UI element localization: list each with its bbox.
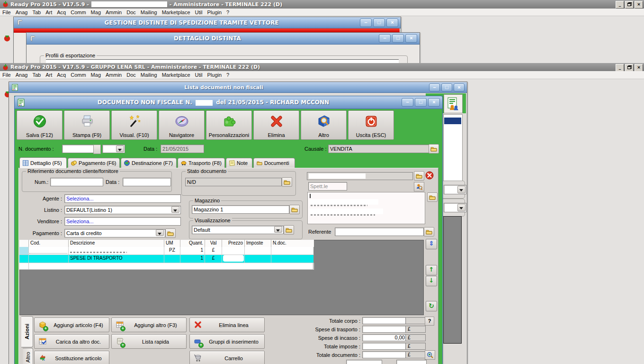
cell-ndoc[interactable] (271, 255, 314, 263)
menu-mailing[interactable]: Mailing (138, 9, 160, 16)
gruppi-di-inserimento-button[interactable]: + Gruppi di inserimento (189, 334, 265, 349)
restore-button[interactable] (625, 64, 634, 72)
maximize-button[interactable]: □ (441, 83, 452, 91)
close-button[interactable]: × (454, 83, 465, 91)
lista-selected-row[interactable] (444, 118, 461, 124)
cliente-folder-button[interactable] (414, 171, 424, 181)
indirizzo-textarea[interactable] (307, 192, 425, 224)
menu-comm[interactable]: Comm (68, 72, 88, 78)
n-documento-input[interactable] (62, 145, 95, 153)
move-down-button[interactable]: ↓ (426, 276, 437, 286)
uscita-button[interactable]: Uscita (ESC) (348, 110, 394, 140)
aggiungi-articolo-button[interactable]: + Aggiungi articolo (F4) (34, 318, 109, 332)
menu-file[interactable]: File (0, 9, 13, 16)
grid-header-ndoc[interactable]: N.doc. (271, 240, 314, 247)
pagamento-folder-button[interactable] (165, 228, 176, 238)
lista-rapida-button[interactable]: + Lista rapida (111, 334, 187, 349)
lista-filter-select-2[interactable] (444, 203, 466, 212)
spese-incasso-input[interactable]: 0,00 (362, 334, 407, 341)
chevron-down-icon[interactable] (171, 206, 179, 213)
minimize-button[interactable]: – (402, 98, 413, 107)
tab-pagamento[interactable]: Pagamento (F6) (68, 158, 120, 168)
tab-documenti[interactable]: Documenti (253, 158, 295, 168)
cliente-input[interactable] (307, 172, 413, 180)
cerca-cliente-button[interactable] (414, 182, 424, 191)
spese-trasporto-input[interactable] (362, 326, 407, 333)
minimize-button[interactable]: _ (616, 64, 624, 72)
cell-quant[interactable]: 1 (180, 255, 205, 263)
aggiungi-altro-button[interactable]: + Aggiungi altro (F3) (111, 318, 187, 332)
restore-button[interactable] (625, 1, 634, 9)
refresh-button[interactable]: ↻ (426, 301, 437, 311)
altro-button[interactable]: Altro (301, 110, 347, 140)
magazzino-input[interactable]: Magazzino 1 (192, 205, 289, 214)
referente-folder-button[interactable] (424, 227, 434, 237)
menu-help[interactable]: ? (224, 72, 232, 78)
menu-file[interactable]: File (0, 72, 13, 78)
chevron-down-icon[interactable] (274, 226, 282, 233)
stato-documento-input[interactable]: N/D (185, 178, 282, 186)
move-up-button[interactable]: ↑ (426, 265, 437, 275)
lista-filter-select-1[interactable] (444, 185, 466, 194)
referente-input[interactable] (335, 228, 424, 236)
cell-prezzo[interactable] (222, 255, 245, 263)
maximize-button[interactable]: □ (415, 98, 427, 107)
n-documento-spin-button[interactable] (93, 145, 101, 154)
stampa-button[interactable]: Stampa (F9) (64, 110, 110, 140)
cell-imposte[interactable] (245, 255, 271, 263)
row-selector[interactable] (19, 255, 29, 263)
totale-corpo-input[interactable] (362, 317, 407, 324)
totale-documento-input[interactable] (362, 351, 407, 358)
menu-acq[interactable]: Acq (54, 72, 68, 78)
venditore-input[interactable]: Seleziona... (64, 217, 181, 226)
grid-header-val[interactable]: Val (205, 240, 222, 247)
maximize-button[interactable]: □ (373, 18, 385, 27)
row-selector[interactable] (19, 247, 29, 255)
agente-input[interactable]: Seleziona... (64, 194, 181, 203)
rif-data-input[interactable] (123, 178, 171, 186)
spettle-input[interactable]: Spett.le (308, 182, 347, 191)
minimize-button[interactable]: – (429, 83, 440, 91)
vtab-azioni[interactable]: Azioni (21, 316, 33, 347)
menu-doc[interactable]: Doc (124, 72, 138, 78)
carica-da-altro-doc-button[interactable]: Carica da altro doc. (34, 334, 109, 349)
magazzino-folder-button[interactable] (289, 205, 300, 214)
menu-anag[interactable]: Anag (13, 72, 30, 78)
navigatore-button[interactable]: Navigatore (159, 110, 205, 140)
personalizzazioni-button[interactable]: Personalizzazioni (206, 110, 252, 140)
menu-anag[interactable]: Anag (13, 9, 30, 16)
cell-val[interactable]: £ (205, 255, 222, 263)
menu-plugin[interactable]: Plugin (205, 72, 224, 78)
close-button[interactable]: × (635, 64, 643, 72)
causale-folder-button[interactable] (429, 144, 439, 154)
menu-art[interactable]: Art (43, 9, 54, 16)
cell-imposte[interactable] (245, 247, 271, 255)
n-documento-series-select[interactable] (102, 145, 125, 153)
grid-row-2-selected[interactable]: SPESE DI TRASPORTO 1 £ (19, 255, 314, 263)
data-input[interactable]: 21/05/2015 (161, 145, 204, 153)
tab-destinazione[interactable]: Destinazione (F7) (121, 158, 177, 168)
salva-button[interactable]: Salva (F12) (17, 110, 63, 140)
indirizzo-folder-button[interactable] (427, 192, 438, 202)
dettaglio-totali-button[interactable] (425, 350, 435, 360)
menu-comm[interactable]: Comm (68, 9, 88, 16)
menu-ammin[interactable]: Ammin (103, 9, 124, 16)
totale-imposte-input[interactable] (362, 343, 407, 350)
menu-ammin[interactable]: Ammin (103, 72, 124, 78)
minimize-button[interactable]: – (379, 34, 391, 43)
menu-util[interactable]: Util (193, 72, 205, 78)
minimize-button[interactable]: _ (616, 1, 624, 9)
grid-header-prezzo[interactable]: Prezzo (222, 240, 245, 247)
grid-header-imposte[interactable]: Imposte (245, 240, 271, 247)
grid-row-3[interactable] (19, 263, 314, 270)
close-button[interactable]: × (635, 1, 643, 9)
maximize-button[interactable]: □ (392, 34, 404, 43)
grid-header-descrizione[interactable]: Descrizione (69, 240, 164, 247)
menu-help[interactable]: ? (224, 9, 232, 16)
cell-um[interactable] (164, 255, 180, 263)
tab-trasporto[interactable]: Trasporto (F8) (178, 158, 225, 168)
menu-util[interactable]: Util (193, 9, 205, 16)
cell-descrizione[interactable]: SPESE DI TRASPORTO (69, 255, 164, 263)
close-button[interactable]: × (405, 34, 417, 43)
move-row-button[interactable]: ⇕ (426, 239, 437, 249)
